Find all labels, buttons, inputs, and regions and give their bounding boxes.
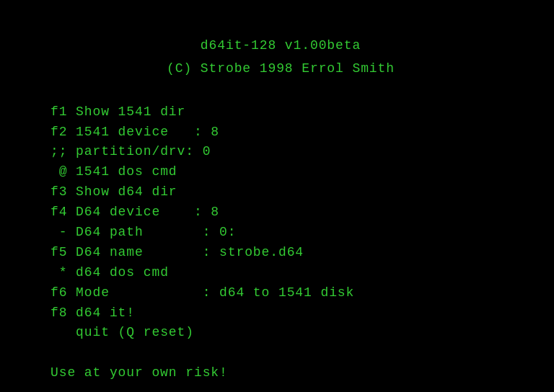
spacer bbox=[50, 82, 511, 102]
menu-item[interactable]: ;; partition/drv: 0 bbox=[50, 142, 511, 162]
menu-item[interactable]: * d64 dos cmd bbox=[50, 263, 511, 283]
menu-item[interactable]: f2 1541 device : 8 bbox=[50, 122, 511, 143]
terminal-screen: d64it-128 v1.00beta (C) Strobe 1998 Erro… bbox=[0, 0, 554, 392]
menu-list: f1 Show 1541 dirf2 1541 device : 8;; par… bbox=[50, 102, 511, 344]
menu-key: - bbox=[50, 225, 67, 239]
menu-label: 1541 dos cmd bbox=[67, 164, 177, 179]
menu-label: d64 dos cmd bbox=[67, 265, 168, 280]
menu-item[interactable]: - D64 path : 0: bbox=[50, 223, 511, 243]
menu-key: f6 bbox=[50, 285, 67, 300]
menu-item[interactable]: @ 1541 dos cmd bbox=[50, 162, 511, 182]
menu-label: partition/drv: 0 bbox=[67, 144, 211, 159]
menu-item[interactable]: f1 Show 1541 dir bbox=[50, 102, 511, 122]
menu-label: D64 name : strobe.d64 bbox=[67, 245, 304, 259]
menu-item[interactable]: f8 d64 it! bbox=[50, 303, 511, 324]
menu-item[interactable]: f3 Show d64 dir bbox=[50, 182, 511, 202]
app-title: d64it-128 v1.00beta bbox=[50, 36, 511, 56]
menu-label: d64 it! bbox=[67, 306, 135, 320]
menu-label: 1541 device : 8 bbox=[67, 125, 219, 139]
menu-label: Show 1541 dir bbox=[67, 104, 185, 119]
menu-key: f4 bbox=[50, 205, 67, 219]
menu-item[interactable]: quit (Q reset) bbox=[50, 323, 511, 343]
menu-label: quit (Q reset) bbox=[67, 325, 194, 339]
spacer2 bbox=[50, 343, 511, 363]
menu-key: @ bbox=[50, 164, 67, 179]
menu-item[interactable]: f4 D64 device : 8 bbox=[50, 202, 511, 223]
menu-key: f1 bbox=[50, 104, 67, 119]
menu-key: f8 bbox=[50, 306, 67, 320]
copyright-line: (C) Strobe 1998 Errol Smith bbox=[50, 59, 511, 79]
menu-item[interactable]: f5 D64 name : strobe.d64 bbox=[50, 243, 511, 263]
menu-key: ;; bbox=[50, 144, 67, 159]
menu-label: D64 path : 0: bbox=[67, 225, 236, 239]
menu-label: Show d64 dir bbox=[67, 184, 177, 199]
menu-item[interactable]: f6 Mode : d64 to 1541 disk bbox=[50, 283, 511, 303]
menu-key: f5 bbox=[50, 245, 67, 259]
menu-key: * bbox=[50, 265, 67, 280]
menu-key: f3 bbox=[50, 184, 67, 199]
warning-text: Use at your own risk! bbox=[50, 363, 511, 383]
menu-key: f2 bbox=[50, 125, 67, 139]
menu-label: Mode : d64 to 1541 disk bbox=[67, 285, 354, 300]
menu-key bbox=[50, 325, 67, 339]
menu-label: D64 device : 8 bbox=[67, 205, 219, 219]
